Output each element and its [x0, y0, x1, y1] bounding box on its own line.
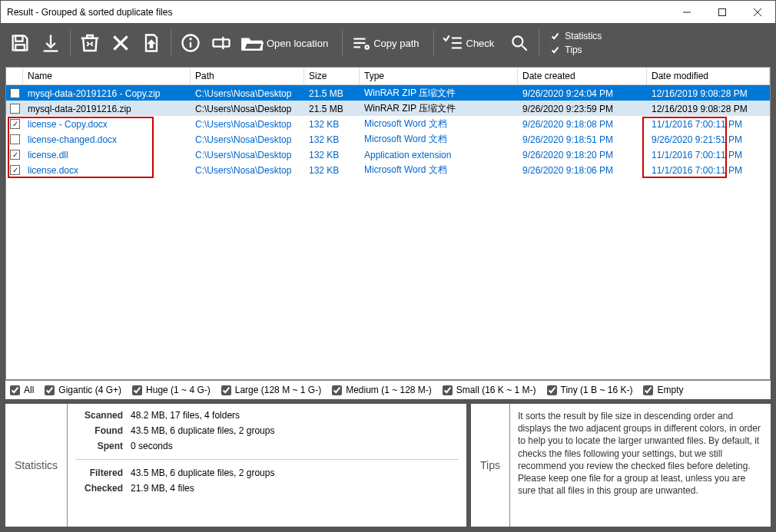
titlebar: Result - Grouped & sorted duplicate file… [1, 1, 775, 24]
cell-type: Microsoft Word 文档 [360, 164, 518, 177]
copy-path-label: Copy path [373, 38, 419, 49]
maximize-button[interactable] [705, 1, 740, 23]
tips-toggle[interactable]: Tips [550, 45, 602, 55]
recycle-button[interactable] [75, 28, 104, 58]
size-filters: All Gigantic (4 G+) Huge (1 ~ 4 G-) Larg… [5, 380, 771, 399]
col-size[interactable]: Size [304, 68, 360, 84]
filter-small[interactable]: Small (16 K ~ 1 M-) [443, 385, 536, 395]
grid-header: Name Path Size Type Date created Date mo… [6, 68, 770, 85]
tips-text: It sorts the result by file size in desc… [510, 404, 771, 527]
row-checkbox[interactable] [10, 104, 20, 114]
filter-empty[interactable]: Empty [643, 385, 683, 395]
filter-huge[interactable]: Huge (1 ~ 4 G-) [132, 385, 211, 395]
table-row[interactable]: mysql-data-20191216 - Copy.zipC:\Users\N… [6, 85, 770, 101]
cell-created: 9/26/2020 9:18:08 PM [518, 119, 647, 130]
stat-spent-label: Spent [75, 441, 123, 451]
close-button[interactable] [740, 1, 775, 23]
row-checkbox[interactable] [10, 165, 20, 175]
table-row[interactable]: license - Copy.docxC:\Users\Nosa\Desktop… [6, 116, 770, 131]
stat-found-label: Found [75, 425, 123, 436]
svg-point-10 [190, 38, 191, 39]
cell-created: 9/26/2020 9:18:20 PM [518, 150, 647, 160]
cell-path: C:\Users\Nosa\Desktop [191, 134, 304, 145]
cell-name: license-changed.docx [23, 134, 191, 145]
open-location-label: Open location [267, 38, 328, 49]
open-location-button[interactable]: Open location [237, 28, 337, 58]
cell-modified: 11/1/2016 7:00:11 PM [647, 165, 770, 176]
cell-created: 9/26/2020 9:18:51 PM [518, 134, 647, 145]
tips-heading: Tips [471, 404, 510, 527]
svg-rect-4 [15, 36, 22, 41]
svg-rect-1 [719, 8, 726, 15]
stat-scanned-value: 48.2 MB, 17 files, 4 folders [131, 410, 240, 421]
table-row[interactable]: license.docxC:\Users\Nosa\Desktop132 KBM… [6, 162, 770, 177]
cell-modified: 11/1/2016 7:00:11 PM [647, 150, 770, 160]
window-title: Result - Grouped & sorted duplicate file… [7, 7, 172, 18]
svg-point-19 [513, 36, 523, 46]
cell-size: 132 KB [304, 119, 360, 130]
cell-name: license.dll [23, 150, 191, 160]
tips-toggle-label: Tips [565, 45, 582, 55]
filter-large[interactable]: Large (128 M ~ 1 G-) [221, 385, 321, 395]
move-button[interactable] [137, 28, 166, 58]
window-buttons [669, 1, 775, 23]
row-checkbox[interactable] [10, 134, 20, 144]
cell-type: Application extension [360, 150, 518, 160]
cell-name: license.docx [23, 165, 191, 176]
stat-spent-value: 0 seconds [131, 441, 173, 451]
tips-panel: Tips It sorts the result by file size in… [471, 404, 771, 527]
col-path[interactable]: Path [191, 68, 304, 84]
cell-path: C:\Users\Nosa\Desktop [191, 119, 304, 130]
table-row[interactable]: mysql-data-20191216.zipC:\Users\Nosa\Des… [6, 101, 770, 116]
cell-size: 21.5 MB [304, 88, 360, 99]
cell-path: C:\Users\Nosa\Desktop [191, 88, 304, 99]
copy-path-button[interactable]: Copy path [347, 28, 428, 58]
table-row[interactable]: license-changed.docxC:\Users\Nosa\Deskto… [6, 131, 770, 147]
stat-scanned-label: Scanned [75, 410, 123, 421]
result-grid[interactable]: Name Path Size Type Date created Date mo… [5, 67, 771, 380]
filter-medium[interactable]: Medium (1 ~ 128 M-) [332, 385, 432, 395]
toolbar: Open location Copy path Check Statistics… [1, 24, 775, 62]
cell-created: 9/26/2020 9:24:04 PM [518, 88, 647, 99]
statistics-panel: Statistics Scanned48.2 MB, 17 files, 4 f… [5, 404, 466, 527]
stat-found-value: 43.5 MB, 6 duplicate files, 2 groups [131, 425, 274, 436]
filter-tiny[interactable]: Tiny (1 B ~ 16 K-) [547, 385, 633, 395]
svg-rect-11 [214, 39, 230, 46]
row-checkbox[interactable] [10, 119, 20, 129]
table-row[interactable]: license.dllC:\Users\Nosa\Desktop132 KBAp… [6, 147, 770, 162]
cell-modified: 9/26/2020 9:21:51 PM [647, 134, 770, 145]
col-created[interactable]: Date created [518, 68, 647, 84]
cell-type: Microsoft Word 文档 [360, 117, 518, 131]
statistics-heading: Statistics [5, 404, 68, 527]
svg-point-15 [366, 45, 369, 48]
svg-line-20 [522, 45, 528, 51]
cell-type: WinRAR ZIP 压缩文件 [360, 87, 518, 100]
cell-modified: 12/16/2019 9:08:28 PM [647, 88, 770, 99]
cell-name: mysql-data-20191216.zip [23, 104, 191, 114]
statistics-toggle-label: Statistics [565, 31, 602, 41]
cell-type: WinRAR ZIP 压缩文件 [360, 102, 518, 115]
delete-button[interactable] [106, 28, 135, 58]
minimize-button[interactable] [669, 1, 705, 23]
rename-button[interactable] [207, 28, 236, 58]
col-modified[interactable]: Date modified [647, 68, 770, 84]
row-checkbox[interactable] [10, 150, 20, 160]
filter-all[interactable]: All [10, 385, 34, 395]
search-button[interactable] [505, 28, 534, 58]
cell-name: license - Copy.docx [23, 119, 191, 130]
cell-size: 132 KB [304, 134, 360, 145]
filter-gigantic[interactable]: Gigantic (4 G+) [45, 385, 121, 395]
info-button[interactable] [176, 28, 205, 58]
cell-created: 9/26/2020 9:18:06 PM [518, 165, 647, 176]
check-label: Check [466, 38, 495, 49]
col-name[interactable]: Name [23, 68, 191, 84]
download-button[interactable] [36, 28, 65, 58]
cell-name: mysql-data-20191216 - Copy.zip [23, 88, 191, 99]
check-button[interactable]: Check [439, 28, 504, 58]
svg-rect-5 [15, 45, 25, 50]
statistics-toggle[interactable]: Statistics [550, 31, 602, 41]
col-type[interactable]: Type [360, 68, 518, 84]
row-checkbox[interactable] [10, 88, 20, 98]
cell-modified: 11/1/2016 7:00:11 PM [647, 119, 770, 130]
save-button[interactable] [5, 28, 35, 58]
